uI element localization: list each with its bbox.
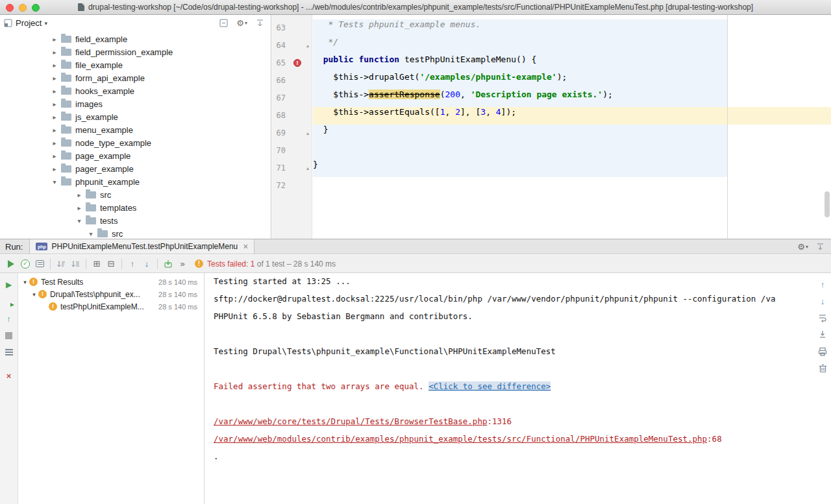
rerun-failed-tests-button[interactable] [5,297,14,306]
see-difference-link[interactable]: <Click to see difference> [428,381,551,391]
test-history-button[interactable] [5,348,14,357]
stop-button[interactable] [5,331,14,340]
collapse-all-button[interactable]: ⊟ [104,259,118,269]
project-view-chevron-icon[interactable]: ▾ [44,20,47,27]
show-ignored-toggle[interactable] [32,260,47,267]
fold-marker-icon[interactable]: ▴ [304,37,312,54]
project-tree-item-src[interactable]: ▸src [0,188,271,201]
next-failed-test-button[interactable]: ↓ [140,259,154,269]
minimize-window-button[interactable] [19,4,27,12]
project-view-selector[interactable]: Project [16,18,42,28]
test-tree-item-2[interactable]: !testPhpUnitExampleM...28 s 140 ms [18,300,204,313]
line-number: 70 [272,142,286,160]
chevron-down-icon[interactable]: ▾ [75,217,83,224]
code-line-71[interactable]: } [313,160,831,177]
editor-scrollbar-thumb[interactable] [825,191,830,217]
clear-console-trash-icon[interactable] [818,364,827,373]
settings-gear-icon[interactable]: ⚙▾ [236,19,247,27]
sort-alphabetically-toggle[interactable] [68,259,82,269]
code-line-70[interactable] [313,142,831,160]
failed-test-gutter-icon[interactable]: ! [293,59,301,67]
project-tree-item-src[interactable]: ▾src [0,227,271,240]
soft-wrap-icon[interactable] [818,313,827,322]
stacktrace-file-link[interactable]: /var/www/web/modules/contrib/examples/ph… [214,434,707,444]
project-tree-item-file_example[interactable]: ▸file_example [0,58,271,71]
title-bar: drupal-testing-workshop [~/Code/os/drupa… [0,0,831,15]
project-tree-item-templates[interactable]: ▸templates [0,201,271,214]
run-label: Run: [5,242,23,252]
close-tab-icon[interactable]: × [243,242,248,251]
chevron-right-icon[interactable]: ▸ [51,165,58,173]
project-tree-item-images[interactable]: ▸images [0,97,271,110]
fold-marker-icon[interactable]: ▴ [304,160,312,177]
show-passed-toggle[interactable]: ✓ [18,259,32,269]
project-tree-item-page_example[interactable]: ▸page_example [0,149,271,162]
up-stack-trace-icon[interactable]: ↑ [818,280,827,289]
run-settings-gear-icon[interactable]: ⚙▾ [797,243,808,251]
close-run-panel-button[interactable]: × [5,371,14,380]
project-tree-item-form_api_example[interactable]: ▸form_api_example [0,71,271,84]
toggle-auto-test-button[interactable]: ↑ [5,314,14,323]
rerun-tests-button[interactable] [4,260,18,268]
code-line-68[interactable]: $this->assertEquals([1, 2], [3, 4]); [313,107,831,125]
chevron-right-icon[interactable]: ▸ [51,75,58,82]
down-stack-trace-icon[interactable]: ↓ [818,296,827,306]
chevron-down-icon[interactable]: ▾ [21,279,29,285]
run-tab[interactable]: php PHPUnitExampleMenuTest.testPhpUnitEx… [29,239,254,254]
chevron-right-icon[interactable]: ▸ [51,101,58,108]
chevron-right-icon[interactable]: ▸ [51,126,58,134]
project-tree-item-tests[interactable]: ▾tests [0,214,271,227]
project-tree-item-js_example[interactable]: ▸js_example [0,110,271,123]
project-tree-item-node_type_example[interactable]: ▸node_type_example [0,136,271,149]
chevron-right-icon[interactable]: ▸ [51,152,58,160]
chevron-right-icon[interactable]: ▸ [75,191,83,198]
chevron-down-icon[interactable]: ▾ [87,230,95,237]
previous-failed-test-button[interactable]: ↑ [125,259,140,269]
fold-marker-icon[interactable]: ▴ [304,125,312,142]
code-line-69[interactable]: } [313,125,831,142]
chevron-right-icon[interactable]: ▸ [51,88,58,95]
close-window-button[interactable] [6,4,14,12]
chevron-right-icon[interactable]: ▸ [51,139,58,147]
chevron-right-icon[interactable]: ▸ [75,204,83,211]
test-duration: 28 s 140 ms [153,278,197,286]
project-tree-item-menu_example[interactable]: ▸menu_example [0,123,271,136]
code-editor[interactable]: 6364▴65!66676869▴7071▴72 * Tests phpunit… [272,15,831,239]
scroll-to-end-icon[interactable] [818,330,827,339]
code-line-64[interactable]: */ [313,37,831,54]
project-tree-item-phpunit_example[interactable]: ▾phpunit_example [0,175,271,188]
print-icon[interactable] [818,347,827,356]
hide-panel-icon[interactable] [256,19,264,27]
export-test-results-button[interactable] [161,259,175,269]
zoom-window-button[interactable] [32,4,40,12]
folder-icon [61,101,71,108]
chevron-right-icon[interactable]: ▸ [51,62,58,69]
code-line-66[interactable]: $this->drupalGet('/examples/phpunit-exam… [313,72,831,90]
chevron-right-icon[interactable]: ▸ [51,36,58,43]
test-tree-item-1[interactable]: ▾!Drupal\Tests\phpunit_ex...28 s 140 ms [18,288,204,300]
project-tree-item-field_permission_example[interactable]: ▸field_permission_example [0,45,271,58]
sort-by-duration-toggle[interactable] [54,259,68,269]
console-line: Testing Drupal\Tests\phpunit_example\Fun… [205,346,831,364]
code-line-63[interactable]: * Tests phpunit_example menus. [313,19,831,37]
collapse-all-icon[interactable] [219,19,228,27]
chevron-down-icon[interactable]: ▾ [30,291,38,298]
chevron-right-icon[interactable]: ▸ [51,49,58,56]
chevron-right-icon[interactable]: ▸ [51,114,58,121]
test-tree-item-0[interactable]: ▾!Test Results28 s 140 ms [18,276,204,288]
code-line-72[interactable] [313,177,831,195]
hide-run-panel-icon[interactable] [816,243,825,251]
rerun-button[interactable]: ▶ [5,280,14,289]
stacktrace-file-link[interactable]: /var/www/web/core/tests/Drupal/Tests/Bro… [214,416,487,426]
more-toolbar-chevron[interactable]: » [175,259,190,269]
code-line-67[interactable]: $this->assertResponse(200, 'Description … [313,90,831,107]
chevron-down-icon[interactable]: ▾ [51,178,58,186]
project-item-label: images [75,99,103,109]
expand-all-button[interactable]: ⊞ [90,259,104,269]
editor-code-area[interactable]: * Tests phpunit_example menus. */ public… [313,15,831,239]
project-tree-item-pager_example[interactable]: ▸pager_example [0,162,271,175]
project-tree-item-hooks_example[interactable]: ▸hooks_example [0,84,271,97]
code-line-65[interactable]: public function testPhpUnitExampleMenu()… [313,54,831,72]
project-tree-item-field_example[interactable]: ▸field_example [0,32,271,45]
test-console-output[interactable]: Testing started at 13:25 ...sftp://docke… [205,273,831,504]
